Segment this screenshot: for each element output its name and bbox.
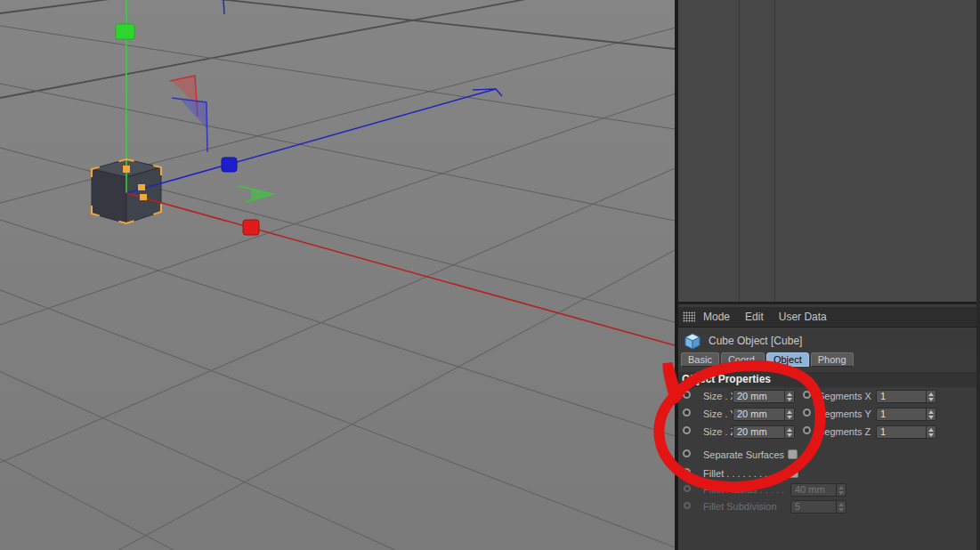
property-row-separate-surfaces: Separate Surfaces [678,449,976,464]
segments-z-field[interactable]: 1 [876,425,936,439]
segments-x-field[interactable]: 1 [876,390,936,403]
object-header-row: Cube Object [Cube] [678,329,976,352]
size-z-label: Size . Z [703,425,736,439]
object-title: Cube Object [Cube] [709,335,802,347]
x-axis-line [126,193,675,345]
segments-z-value: 1 [880,426,886,438]
right-panel: Mode Edit User Data Cube Object [Cube] B… [675,0,980,550]
segments-y-value: 1 [880,408,886,420]
size-z-value: 20 mm [737,426,767,438]
property-row-size-x: Size . X 20 mm Segments X 1 [678,390,976,405]
size-y-stepper[interactable] [784,408,794,420]
panel-grip-icon[interactable] [683,311,695,322]
fillet-subdivision-value: 5 [795,501,800,513]
z-axis-line [126,89,496,193]
x-axis-handle[interactable] [243,220,259,235]
property-row-size-z: Size . Z 20 mm Segments Z 1 [678,425,976,441]
app-window: Mode Edit User Data Cube Object [Cube] B… [0,0,980,550]
menu-user-data[interactable]: User Data [779,311,827,323]
perspective-grid [0,0,675,550]
property-row-fillet: Fillet . . . . . . . . . [678,467,976,482]
size-z-stepper[interactable] [784,426,794,438]
animation-dot[interactable] [683,408,691,417]
fillet-label: Fillet . . . . . . . . . [703,467,773,481]
section-header: Object Properties [678,372,976,387]
distant-z-axis-line [223,0,224,14]
animation-dot[interactable] [803,426,811,434]
size-z-field[interactable]: 20 mm [733,425,795,439]
cube-icon [683,331,702,351]
segments-y-stepper[interactable] [926,408,935,420]
animation-dot [684,485,691,492]
segments-z-label: Segments Z [818,425,871,439]
object-manager-column-divider [774,0,775,302]
segments-x-value: 1 [880,391,886,402]
tab-object[interactable]: Object [766,352,809,367]
fillet-subdivision-field: 5 [790,500,846,514]
fillet-radius-value: 40 mm [795,484,825,496]
property-row-size-y: Size . Y 20 mm Segments Y 1 [678,408,976,423]
object-manager-panel[interactable] [678,0,976,304]
property-row-fillet-radius: Fillet Radius . . . . . 40 mm [678,483,976,498]
animation-dot [684,502,691,509]
fillet-checkbox[interactable] [789,468,798,478]
segments-x-label: Segments X [818,390,871,403]
separate-surfaces-checkbox[interactable] [788,449,798,459]
animation-dot[interactable] [803,391,811,399]
tab-bar: Basic Coord. Object Phong [681,352,854,367]
viewport-3d[interactable] [0,0,675,550]
fillet-subdivision-label: Fillet Subdivision [703,500,777,514]
z-axis-arrowhead-icon [473,89,502,96]
animation-dot[interactable] [803,408,811,417]
size-y-field[interactable]: 20 mm [733,408,795,421]
fillet-radius-field: 40 mm [790,483,846,497]
separate-surfaces-label: Separate Surfaces [703,449,784,462]
size-y-value: 20 mm [737,408,767,420]
animation-dot[interactable] [683,468,691,476]
size-x-stepper[interactable] [784,391,794,402]
fillet-radius-label: Fillet Radius . . . . . [703,483,784,497]
segments-z-stepper[interactable] [926,426,935,438]
menu-edit[interactable]: Edit [745,311,764,323]
attribute-menubar: Mode Edit User Data [678,307,976,328]
animation-dot[interactable] [683,426,691,434]
fillet-subdivision-stepper [836,501,846,513]
menu-mode[interactable]: Mode [703,311,730,323]
object-manager-column-divider [739,0,740,302]
size-x-field[interactable]: 20 mm [733,390,795,403]
tab-phong[interactable]: Phong [811,352,854,367]
fillet-radius-stepper [836,484,846,496]
attribute-manager-panel: Mode Edit User Data Cube Object [Cube] B… [678,307,976,550]
animation-dot[interactable] [683,391,691,399]
size-x-value: 20 mm [737,391,767,402]
property-row-fillet-subdivision: Fillet Subdivision 5 [678,500,976,515]
z-axis-handle[interactable] [222,158,237,172]
y-axis-handle[interactable] [116,24,134,39]
animation-dot[interactable] [683,449,691,457]
green-arrow-indicator-icon [239,186,272,202]
tab-coord[interactable]: Coord. [721,352,765,367]
tab-basic[interactable]: Basic [681,352,719,367]
segments-x-stepper[interactable] [926,391,935,402]
segments-y-label: Segments Y [818,408,871,421]
segments-y-field[interactable]: 1 [876,408,936,421]
